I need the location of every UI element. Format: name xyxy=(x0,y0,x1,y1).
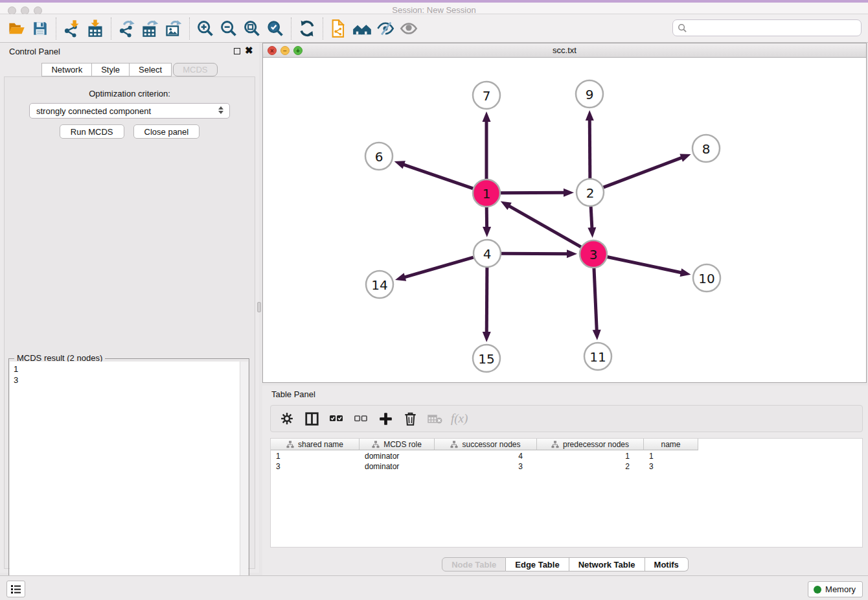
graph-node-14[interactable]: 14 xyxy=(366,271,393,298)
gear-button[interactable] xyxy=(277,409,297,428)
refresh-button[interactable] xyxy=(295,17,319,40)
cell-mcds_role[interactable]: dominator xyxy=(360,461,435,472)
search-input[interactable] xyxy=(691,21,861,35)
graph-edge-3-1[interactable] xyxy=(508,205,581,247)
tab-select[interactable]: Select xyxy=(130,63,172,76)
cell-name[interactable]: 1 xyxy=(644,451,698,461)
delete-columns-button[interactable] xyxy=(400,409,420,428)
export-network-icon xyxy=(118,19,136,38)
tab-network[interactable]: Network xyxy=(41,63,92,76)
tab-style[interactable]: Style xyxy=(92,63,130,76)
graph-node-10[interactable]: 10 xyxy=(693,264,720,292)
table-row[interactable]: 3dominator323 xyxy=(271,461,698,472)
save-session-button[interactable] xyxy=(29,17,52,40)
tab-network-table[interactable]: Network Table xyxy=(569,557,645,571)
tab-mcds[interactable]: MCDS xyxy=(173,63,217,76)
graph-node-8[interactable]: 8 xyxy=(692,135,720,162)
tab-node-table[interactable]: Node Table xyxy=(442,557,506,571)
graph-node-15[interactable]: 15 xyxy=(473,345,500,372)
column-header-name[interactable]: name xyxy=(644,439,698,450)
memory-status-icon xyxy=(814,586,821,594)
export-image-button[interactable] xyxy=(162,17,185,40)
graph-edge-3-11[interactable] xyxy=(594,268,597,331)
mcds-result-list[interactable]: 13 xyxy=(10,362,240,600)
memory-button[interactable]: Memory xyxy=(808,581,863,597)
cell-predecessor_nodes[interactable]: 1 xyxy=(537,451,644,461)
close-panel-icon[interactable]: ✖ xyxy=(245,45,253,56)
export-network-button[interactable] xyxy=(115,17,139,40)
zoom-out-button[interactable] xyxy=(217,17,240,40)
graph-node-1[interactable]: 1 xyxy=(473,179,500,207)
table-panel: Table Panel ✖ xyxy=(262,386,868,575)
cell-mcds_role[interactable]: dominator xyxy=(360,451,435,461)
table-row[interactable]: 1dominator411 xyxy=(271,451,698,461)
refresh-icon xyxy=(298,19,316,38)
graph-node-6[interactable]: 6 xyxy=(365,143,393,170)
mcds-result-item[interactable]: 1 xyxy=(14,363,236,375)
cell-successor_nodes[interactable]: 4 xyxy=(435,451,537,461)
tab-motifs[interactable]: Motifs xyxy=(645,557,689,571)
criterion-dropdown[interactable]: strongly connected component xyxy=(29,103,230,119)
hide-panel-button[interactable] xyxy=(374,17,397,40)
zoom-selected-button[interactable] xyxy=(264,17,287,40)
result-scrollbar[interactable] xyxy=(240,362,248,600)
run-mcds-button[interactable]: Run MCDS xyxy=(60,124,124,139)
graph-node-7[interactable]: 7 xyxy=(473,82,500,109)
cell-shared_name[interactable]: 1 xyxy=(271,451,360,461)
graph-edge-4-3[interactable] xyxy=(501,253,568,254)
application-window: Session: New Session xyxy=(0,0,868,600)
graph-edge-4-14[interactable] xyxy=(404,257,473,277)
graph-node-label: 11 xyxy=(589,349,606,365)
mcds-result-item[interactable]: 3 xyxy=(14,375,236,386)
export-image-icon xyxy=(165,19,183,38)
column-header-label: shared name xyxy=(298,440,343,449)
graph-node-label: 1 xyxy=(483,186,491,202)
graph-node-4[interactable]: 4 xyxy=(474,240,501,267)
graph-edge-3-10[interactable] xyxy=(608,257,682,273)
network-overview-button[interactable] xyxy=(327,17,350,40)
show-panel-button[interactable] xyxy=(397,17,420,40)
import-table-button[interactable] xyxy=(84,17,107,40)
float-panel-icon[interactable] xyxy=(234,48,240,54)
column-header-shared-name[interactable]: shared name xyxy=(271,439,360,450)
vertical-splitter-handle[interactable] xyxy=(257,302,261,312)
column-header-successor-nodes[interactable]: successor nodes xyxy=(435,439,537,450)
network-window-titlebar: × − + scc.txt xyxy=(263,43,866,58)
column-header-predecessor-nodes[interactable]: predecessor nodes xyxy=(537,439,644,450)
cell-predecessor_nodes[interactable]: 2 xyxy=(537,461,644,472)
zoom-fit-button[interactable] xyxy=(240,17,264,40)
graph-edge-4-15[interactable] xyxy=(486,268,487,333)
select-all-columns-button[interactable] xyxy=(326,409,346,428)
open-file-icon xyxy=(8,19,26,38)
graph-edge-1-2[interactable] xyxy=(501,192,565,193)
graph-node-label: 4 xyxy=(483,246,492,262)
graph-edge-2-9[interactable] xyxy=(589,119,590,178)
add-column-button[interactable] xyxy=(376,409,395,428)
export-table-button[interactable] xyxy=(139,17,162,40)
control-panel-tabs: Network Style Select MCDS xyxy=(0,63,259,76)
graph-node-3[interactable]: 3 xyxy=(580,240,607,268)
column-header-MCDS-role[interactable]: MCDS role xyxy=(360,439,435,450)
home-button[interactable] xyxy=(350,17,374,40)
unselect-all-columns-button[interactable] xyxy=(351,409,371,428)
cell-shared_name[interactable]: 3 xyxy=(271,461,360,472)
tab-edge-table[interactable]: Edge Table xyxy=(506,557,569,571)
edge-arrowhead-icon xyxy=(483,227,491,237)
network-graph-canvas[interactable]: 7968124314101511 xyxy=(263,58,866,382)
graph-edge-2-3[interactable] xyxy=(591,207,592,229)
import-network-button[interactable] xyxy=(60,17,84,40)
zoom-in-button[interactable] xyxy=(194,17,217,40)
delete-table-icon xyxy=(428,413,442,424)
graph-edge-1-6[interactable] xyxy=(403,165,473,189)
close-panel-button[interactable]: Close panel xyxy=(133,124,200,139)
open-file-button[interactable] xyxy=(5,17,29,40)
graph-edge-2-8[interactable] xyxy=(604,157,683,187)
task-history-button[interactable] xyxy=(6,581,25,597)
cell-name[interactable]: 3 xyxy=(644,461,698,472)
split-panel-button[interactable] xyxy=(302,409,321,428)
graph-node-9[interactable]: 9 xyxy=(576,80,603,108)
graph-node-2[interactable]: 2 xyxy=(577,179,604,206)
toolbar-separator xyxy=(323,17,323,40)
graph-node-11[interactable]: 11 xyxy=(584,343,611,370)
cell-successor_nodes[interactable]: 3 xyxy=(435,461,537,472)
